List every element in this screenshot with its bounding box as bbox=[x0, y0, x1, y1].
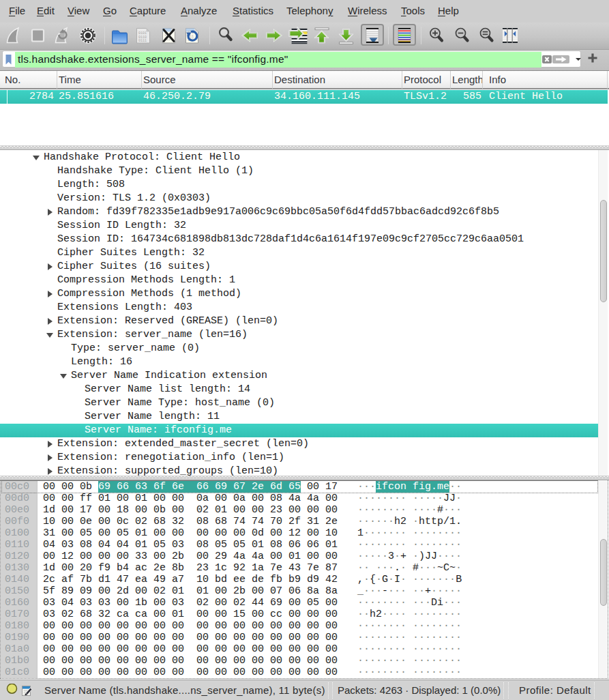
svg-text:0111: 0111 bbox=[138, 39, 147, 43]
